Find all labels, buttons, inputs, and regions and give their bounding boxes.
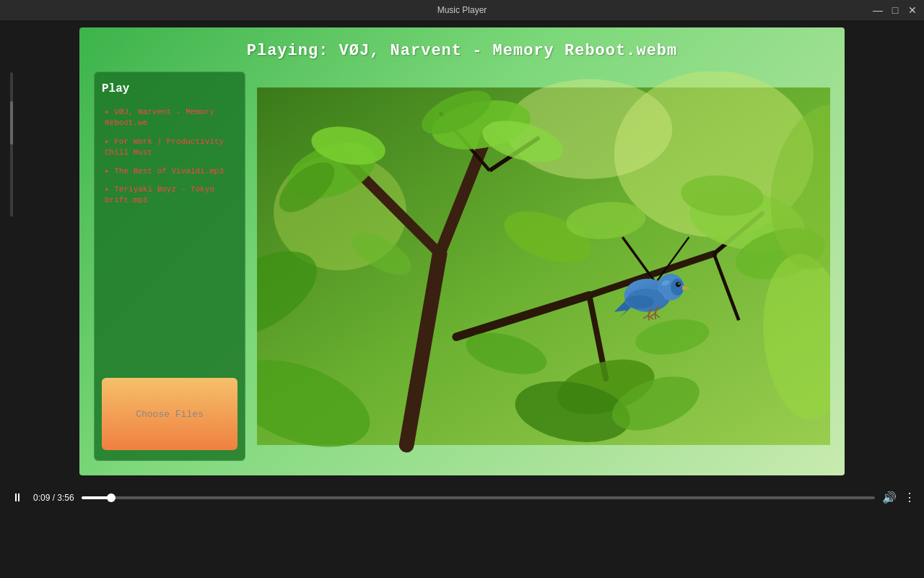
progress-bar[interactable]	[82, 496, 875, 499]
content-area: Play ▸ VØJ, Narvent - Memory Reboot.we ▸…	[94, 72, 830, 461]
progress-fill	[82, 496, 112, 499]
playlist-item-4[interactable]: ▸ Teriyaki Boyz - Tokyo Drift.mp3	[102, 183, 237, 208]
main-window: Playing: VØJ, Narvent - Memory Reboot.we…	[79, 27, 845, 475]
close-button[interactable]: ✕	[907, 4, 918, 16]
progress-thumb	[107, 493, 116, 502]
sidebar: Play ▸ VØJ, Narvent - Memory Reboot.we ▸…	[94, 72, 245, 461]
volume-button[interactable]: 🔊	[882, 491, 897, 505]
svg-point-39	[678, 283, 679, 285]
left-scrollbar	[10, 72, 13, 217]
time-display: 0:09 / 3:56	[33, 493, 74, 503]
play-pause-button[interactable]: ⏸	[9, 491, 26, 505]
playlist-item-3[interactable]: ▸ The Best of Vivaldi.mp3	[102, 165, 237, 178]
svg-point-36	[671, 279, 684, 296]
playlist-item-2[interactable]: ▸ For Work | Productivity Chill Must	[102, 135, 237, 160]
scrollbar-thumb[interactable]	[10, 101, 13, 144]
bottom-controls-bar: ⏸ 0:09 / 3:56 🔊 ⋮	[0, 483, 924, 513]
title-bar: Music Player — □ ✕	[0, 0, 924, 20]
maximize-button[interactable]: □	[889, 4, 901, 16]
window-title: Music Player	[437, 5, 487, 15]
video-area	[257, 72, 830, 461]
window-controls: — □ ✕	[872, 4, 918, 16]
playlist: ▸ VØJ, Narvent - Memory Reboot.we ▸ For …	[102, 105, 237, 366]
choose-files-button[interactable]: Choose Files	[102, 378, 237, 450]
playlist-item-1[interactable]: ▸ VØJ, Narvent - Memory Reboot.we	[102, 105, 237, 131]
minimize-button[interactable]: —	[872, 4, 884, 16]
bird-scene-svg	[257, 72, 830, 461]
sidebar-title: Play	[102, 82, 237, 95]
menu-button[interactable]: ⋮	[904, 491, 915, 505]
now-playing-title: Playing: VØJ, Narvent - Memory Reboot.we…	[94, 42, 830, 60]
svg-point-38	[676, 282, 681, 287]
